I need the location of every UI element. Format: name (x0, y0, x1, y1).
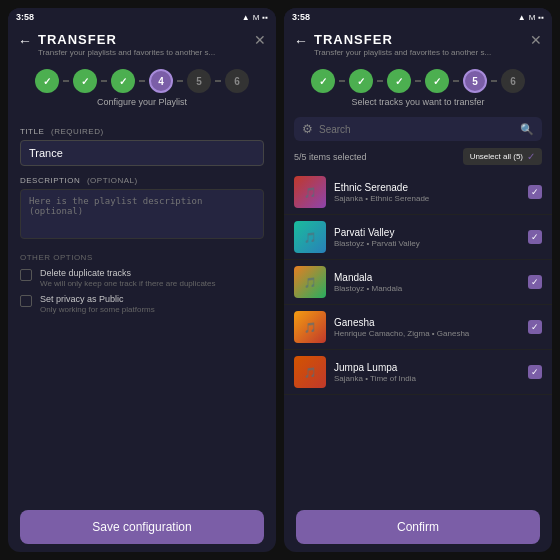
status-icons-right: ▲ M ▪▪ (518, 13, 544, 22)
track-artist-4: Henrique Camacho, Zigma • Ganesha (334, 329, 520, 338)
track-artist-1: Sajanka • Ethnic Serenade (334, 194, 520, 203)
step-6-left: 6 (225, 69, 249, 93)
close-button-right[interactable]: ✕ (530, 32, 542, 48)
header-left: ← TRANSFER Transfer your playlists and f… (8, 26, 276, 61)
step-2-right: ✓ (349, 69, 373, 93)
track-item[interactable]: 🎵 Jumpa Lumpa Sajanka • Time of India ✓ (284, 350, 552, 395)
left-screen: 3:58 ▲ M ▪▪ ← TRANSFER Transfer your pla… (8, 8, 276, 552)
step-connector (139, 80, 145, 82)
track-art-3: 🎵 (294, 266, 326, 298)
battery-icon: ▪▪ (262, 13, 268, 22)
track-checkbox-4[interactable]: ✓ (528, 320, 542, 334)
track-item[interactable]: 🎵 Mandala Blastoyz • Mandala ✓ (284, 260, 552, 305)
step-connector (177, 80, 183, 82)
track-list: 🎵 Ethnic Serenade Sajanka • Ethnic Seren… (284, 168, 552, 502)
page-title-left: TRANSFER (38, 32, 254, 47)
step-6-right: 6 (501, 69, 525, 93)
checkbox-row-2: Set privacy as Public Only working for s… (20, 294, 264, 314)
step-5-left: 5 (187, 69, 211, 93)
delete-duplicates-checkbox[interactable] (20, 269, 32, 281)
back-button-right[interactable]: ← (294, 33, 308, 49)
other-options-label: OTHER OPTIONS (20, 253, 264, 262)
step-3-left: ✓ (111, 69, 135, 93)
track-name-5: Jumpa Lumpa (334, 362, 520, 373)
step-1-left: ✓ (35, 69, 59, 93)
step-label-right: Select tracks you want to transfer (284, 97, 552, 113)
checkbox2-main: Set privacy as Public (40, 294, 264, 304)
track-checkbox-2[interactable]: ✓ (528, 230, 542, 244)
title-label: TITLE (required) (20, 127, 264, 136)
step-1-right: ✓ (311, 69, 335, 93)
description-input[interactable] (20, 189, 264, 239)
signal-icon-r: ▲ (518, 13, 526, 22)
track-info-1: Ethnic Serenade Sajanka • Ethnic Serenad… (334, 182, 520, 203)
track-item[interactable]: 🎵 Parvati Valley Blastoyz • Parvati Vall… (284, 215, 552, 260)
checkbox1-sub: We will only keep one track if there are… (40, 279, 264, 288)
title-input[interactable] (20, 140, 264, 166)
steps-left: ✓ ✓ ✓ 4 5 6 (8, 61, 276, 97)
step-4-right: ✓ (425, 69, 449, 93)
save-configuration-button[interactable]: Save configuration (20, 510, 264, 544)
confirm-button[interactable]: Confirm (296, 510, 540, 544)
status-time-right: 3:58 (292, 12, 310, 22)
track-checkbox-1[interactable]: ✓ (528, 185, 542, 199)
checkbox1-main: Delete duplicate tracks (40, 268, 264, 278)
step-connector (63, 80, 69, 82)
page-subtitle-left: Transfer your playlists and favorites to… (38, 48, 254, 57)
checkbox-row-1: Delete duplicate tracks We will only kee… (20, 268, 264, 288)
search-input[interactable] (319, 124, 514, 135)
sim-icon-r: M (529, 13, 536, 22)
track-name-2: Parvati Valley (334, 227, 520, 238)
set-public-checkbox[interactable] (20, 295, 32, 307)
track-info-4: Ganesha Henrique Camacho, Zigma • Ganesh… (334, 317, 520, 338)
step-label-left: Configure your Playlist (8, 97, 276, 113)
track-info-5: Jumpa Lumpa Sajanka • Time of India (334, 362, 520, 383)
track-name-3: Mandala (334, 272, 520, 283)
selection-bar: 5/5 items selected Unselect all (5) ✓ (284, 145, 552, 168)
track-name-4: Ganesha (334, 317, 520, 328)
status-bar-right: 3:58 ▲ M ▪▪ (284, 8, 552, 26)
header-content-right: TRANSFER Transfer your playlists and fav… (314, 32, 530, 57)
track-item[interactable]: 🎵 Ganesha Henrique Camacho, Zigma • Gane… (284, 305, 552, 350)
track-artist-3: Blastoyz • Mandala (334, 284, 520, 293)
step-connector (101, 80, 107, 82)
track-item[interactable]: 🎵 Ethnic Serenade Sajanka • Ethnic Seren… (284, 170, 552, 215)
checkbox2-sub: Only working for some platforms (40, 305, 264, 314)
step-connector (215, 80, 221, 82)
track-info-2: Parvati Valley Blastoyz • Parvati Valley (334, 227, 520, 248)
status-icons-left: ▲ M ▪▪ (242, 13, 268, 22)
back-button-left[interactable]: ← (18, 33, 32, 49)
step-2-left: ✓ (73, 69, 97, 93)
page-subtitle-right: Transfer your playlists and favorites to… (314, 48, 530, 57)
step-3-right: ✓ (387, 69, 411, 93)
selection-count: 5/5 items selected (294, 152, 367, 162)
track-artist-2: Blastoyz • Parvati Valley (334, 239, 520, 248)
status-time-left: 3:58 (16, 12, 34, 22)
description-label: DESCRIPTION (optional) (20, 176, 264, 185)
track-artist-5: Sajanka • Time of India (334, 374, 520, 383)
right-screen: 3:58 ▲ M ▪▪ ← TRANSFER Transfer your pla… (284, 8, 552, 552)
search-icon[interactable]: 🔍 (520, 123, 534, 136)
close-button-left[interactable]: ✕ (254, 32, 266, 48)
track-art-5: 🎵 (294, 356, 326, 388)
form-section: TITLE (required) DESCRIPTION (optional) … (8, 113, 276, 502)
signal-icon: ▲ (242, 13, 250, 22)
filter-icon[interactable]: ⚙ (302, 122, 313, 136)
battery-icon-r: ▪▪ (538, 13, 544, 22)
status-bar-left: 3:58 ▲ M ▪▪ (8, 8, 276, 26)
track-art-2: 🎵 (294, 221, 326, 253)
track-checkbox-3[interactable]: ✓ (528, 275, 542, 289)
track-name-1: Ethnic Serenade (334, 182, 520, 193)
track-art-1: 🎵 (294, 176, 326, 208)
header-content-left: TRANSFER Transfer your playlists and fav… (38, 32, 254, 57)
steps-right: ✓ ✓ ✓ ✓ 5 6 (284, 61, 552, 97)
search-bar: ⚙ 🔍 (294, 117, 542, 141)
track-checkbox-5[interactable]: ✓ (528, 365, 542, 379)
step-4-left: 4 (149, 69, 173, 93)
header-right: ← TRANSFER Transfer your playlists and f… (284, 26, 552, 61)
check-icon: ✓ (527, 151, 535, 162)
track-info-3: Mandala Blastoyz • Mandala (334, 272, 520, 293)
unselect-all-button[interactable]: Unselect all (5) ✓ (463, 148, 542, 165)
sim-icon: M (253, 13, 260, 22)
page-title-right: TRANSFER (314, 32, 530, 47)
